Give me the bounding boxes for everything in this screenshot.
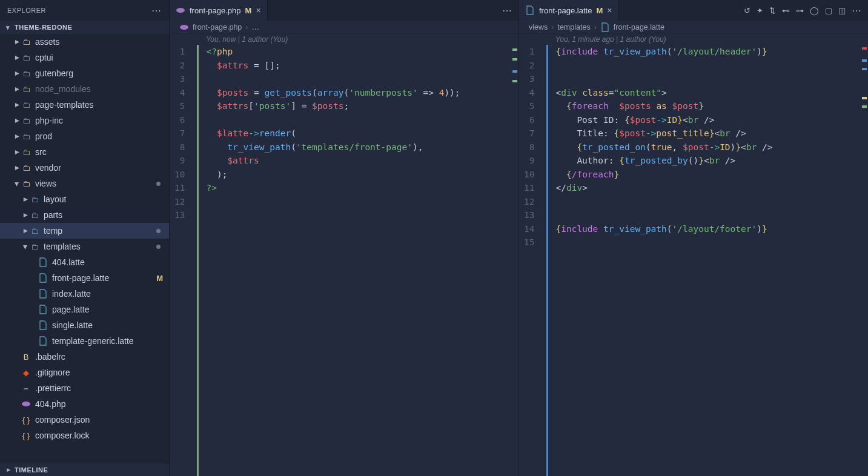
tabbar-actions-left: ⋯ xyxy=(496,0,518,21)
tree-item-cptui[interactable]: ▾🗀cptui xyxy=(0,50,169,65)
commit-icon[interactable]: ⊷ xyxy=(782,6,790,15)
folder-icon: 🗀 xyxy=(21,131,31,142)
timeline-title: TIMELINE xyxy=(15,466,48,474)
timeline-section-header[interactable]: ▾ TIMELINE xyxy=(0,463,169,476)
breadcrumb-item: front-page.latte xyxy=(614,23,664,31)
tree-item--babelrc[interactable]: B.babelrc xyxy=(0,349,169,365)
file-tree[interactable]: ▾🗀assets▾🗀cptui▾🗀gutenberg▾🗀node_modules… xyxy=(0,34,169,463)
tree-item-label: 404.latte xyxy=(52,257,85,267)
folder-icon: 🗀 xyxy=(21,52,31,63)
tree-item-composer-lock[interactable]: { }composer.lock xyxy=(0,428,169,443)
tab-label: front-page.php xyxy=(190,6,241,15)
explorer-more-icon[interactable]: ⋯ xyxy=(151,5,162,16)
tree-item-temp[interactable]: ▾🗀temp xyxy=(0,223,169,239)
breadcrumb-item: … xyxy=(251,23,259,31)
tree-item--prettierrc[interactable]: ⎓.prettierrc xyxy=(0,380,169,396)
tree-item-label: 404.php xyxy=(35,399,66,409)
chevron-icon: ▾ xyxy=(20,226,30,235)
tree-item-php-inc[interactable]: ▾🗀php-inc xyxy=(0,113,169,128)
more-icon[interactable]: ⋯ xyxy=(852,5,862,16)
chevron-icon: ▾ xyxy=(20,195,30,203)
tree-item-404-latte[interactable]: 404.latte xyxy=(0,254,169,270)
tree-item-composer-json[interactable]: { }composer.json xyxy=(0,412,169,428)
tree-item-layout[interactable]: ▾🗀layout xyxy=(0,191,169,207)
more-icon[interactable]: ⋯ xyxy=(502,5,512,16)
folder-icon: 🗀 xyxy=(21,147,31,157)
chevron-icon: ▾ xyxy=(12,132,21,140)
close-icon[interactable]: × xyxy=(256,5,260,15)
history-icon[interactable]: ↺ xyxy=(744,6,750,15)
folder-icon: 🗀 xyxy=(21,115,31,126)
tree-item-node-modules[interactable]: ▾🗀node_modules xyxy=(0,81,169,97)
latte-icon xyxy=(38,288,48,299)
tree-item-template-generic-latte[interactable]: template-generic.latte xyxy=(0,333,169,349)
tree-item-label: index.latte xyxy=(52,289,91,299)
file-icon xyxy=(600,22,610,32)
code-editor-right[interactable]: 123456789101112131415 {include tr_view_p… xyxy=(519,45,868,476)
tree-item-parts[interactable]: ▾🗀parts xyxy=(0,207,169,223)
git-blame-left: You, now | 1 author (You) xyxy=(170,34,518,45)
tree-item-assets[interactable]: ▾🗀assets xyxy=(0,34,169,50)
breadcrumb-left[interactable]: front-page.php › … xyxy=(170,21,518,34)
diff-icon[interactable]: ⇅ xyxy=(769,6,776,15)
breadcrumb-right[interactable]: views › templates › front-page.latte xyxy=(519,21,868,34)
modified-badge: M xyxy=(156,274,163,283)
tab-front-page-php[interactable]: front-page.php M × xyxy=(170,0,268,21)
tabbar-right: front-page.latte M × ↺ ✦ ⇅ ⊷ ⊶ ◯ ▢ ◫ ⋯ xyxy=(519,0,868,21)
project-section-header[interactable]: ▾ THEME-REDONE xyxy=(0,21,169,34)
tree-item-index-latte[interactable]: index.latte xyxy=(0,286,169,302)
tree-item-label: template-generic.latte xyxy=(52,336,134,346)
tree-item-views[interactable]: ▾🗀views xyxy=(0,176,169,191)
tree-item-label: composer.json xyxy=(35,415,90,425)
split-icon[interactable]: ◫ xyxy=(838,6,846,15)
explorer-header: EXPLORER ⋯ xyxy=(0,0,169,21)
tree-item-single-latte[interactable]: single.latte xyxy=(0,317,169,333)
tree-item-page-latte[interactable]: page.latte xyxy=(0,302,169,317)
dirty-dot xyxy=(156,182,161,186)
folder-icon: 🗀 xyxy=(29,225,40,236)
latte-icon xyxy=(38,257,48,268)
dirty-dot xyxy=(156,229,161,233)
modified-badge: M xyxy=(245,6,252,15)
tree-item-label: .babelrc xyxy=(35,352,65,362)
close-icon[interactable]: × xyxy=(607,5,612,15)
svg-point-1 xyxy=(176,8,185,13)
tree-item-label: page-templates xyxy=(35,100,94,110)
diff-bar xyxy=(197,45,199,476)
minimap-right[interactable] xyxy=(860,45,868,476)
code-editor-left[interactable]: 12345678910111213 <?php $attrs = []; $po… xyxy=(170,45,518,476)
square-icon[interactable]: ▢ xyxy=(825,6,832,15)
tree-item-templates[interactable]: ▾🗀templates xyxy=(0,239,169,254)
tree-item-src[interactable]: ▾🗀src xyxy=(0,144,169,160)
undo-icon[interactable]: ⊶ xyxy=(796,6,804,15)
tree-item-label: parts xyxy=(44,210,62,220)
folder-icon: 🗀 xyxy=(21,36,31,47)
git-icon: ◆ xyxy=(21,367,31,378)
tree-item-label: cptui xyxy=(35,53,53,62)
tab-front-page-latte[interactable]: front-page.latte M × xyxy=(519,0,618,21)
tree-item-page-templates[interactable]: ▾🗀page-templates xyxy=(0,97,169,113)
tree-item-gutenberg[interactable]: ▾🗀gutenberg xyxy=(0,65,169,81)
tree-item-prod[interactable]: ▾🗀prod xyxy=(0,128,169,144)
explorer-sidebar: EXPLORER ⋯ ▾ THEME-REDONE ▾🗀assets▾🗀cptu… xyxy=(0,0,170,476)
circle-icon[interactable]: ◯ xyxy=(810,6,819,15)
minimap-left[interactable] xyxy=(510,45,518,476)
php-icon xyxy=(179,22,189,32)
code-content-left[interactable]: <?php $attrs = []; $posts = get_posts(ar… xyxy=(199,45,518,476)
folder-icon: 🗀 xyxy=(21,68,31,79)
code-content-right[interactable]: {include tr_view_path('/layout/header')}… xyxy=(548,45,868,476)
chevron-icon: ▾ xyxy=(12,85,21,93)
chevron-icon: ▾ xyxy=(12,53,21,62)
tree-item-front-page-latte[interactable]: front-page.latteM xyxy=(0,270,169,286)
gutter-left: 12345678910111213 xyxy=(170,45,197,476)
tree-item-404-php[interactable]: 404.php xyxy=(0,396,169,412)
tree-item--gitignore[interactable]: ◆.gitignore xyxy=(0,365,169,380)
copilot-icon[interactable]: ✦ xyxy=(757,6,763,15)
folder-icon: 🗀 xyxy=(21,162,31,173)
tree-item-label: node_modules xyxy=(35,84,91,94)
tree-item-vendor[interactable]: ▾🗀vendor xyxy=(0,160,169,176)
editor-group: front-page.php M × ⋯ front-page.php › … … xyxy=(170,0,868,476)
tree-item-label: prod xyxy=(35,131,52,141)
project-name: THEME-REDONE xyxy=(15,24,72,31)
latte-icon xyxy=(38,273,48,283)
